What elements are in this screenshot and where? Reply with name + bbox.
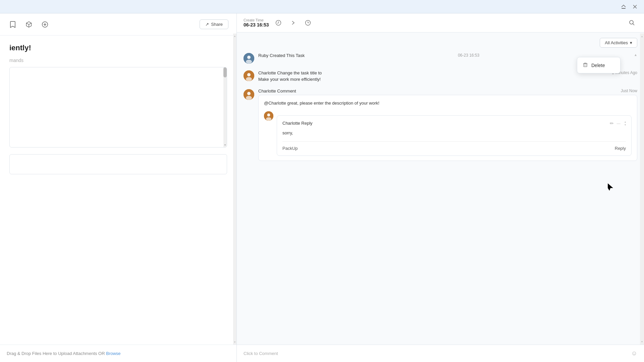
avatar-ruby — [244, 53, 254, 64]
left-panel: ↗ Share iently! mands ▾ Drag & Drop File… — [0, 13, 237, 362]
bottom-bar-right[interactable]: Click to Comment ☺ — [237, 345, 644, 362]
search-button[interactable] — [627, 17, 637, 28]
scrollbar-thumb — [223, 67, 227, 77]
comment-placeholder: Click to Comment — [244, 351, 278, 356]
activity-time-comment: Just Now — [621, 88, 637, 93]
svg-line-5 — [29, 23, 32, 24]
all-activities-button[interactable]: All Activities ▾ — [600, 38, 637, 48]
edge-scroll-down: ▾ — [641, 340, 643, 343]
avatar-charlotte-comment — [244, 89, 254, 100]
activity-title-comment: Charlotte Comment — [258, 88, 296, 94]
right-panel: Create Time 06-23 16:53 All Activities — [237, 13, 644, 362]
share-icon: ↗ — [205, 22, 209, 27]
emoji-icon[interactable]: ☺ — [631, 350, 637, 357]
right-edge-scrollbar: ▴ ▾ — [640, 34, 644, 345]
nav-clock-button[interactable] — [303, 17, 313, 28]
activity-change-main: Charlotte Change the task title to — [258, 70, 322, 75]
svg-point-16 — [247, 73, 251, 76]
all-activities-label: All Activities — [605, 40, 628, 45]
bookmark-icon[interactable] — [8, 20, 17, 29]
more-icon[interactable]: ··· — [616, 121, 621, 126]
create-time-value: 06-23 16:53 — [244, 22, 269, 27]
create-time-label: Create Time — [244, 18, 269, 22]
share-label: Share — [211, 22, 223, 27]
reply-container: Charlotte Reply ✏ ··· ▴ ▾ — [264, 111, 632, 156]
activity-change-sub: Make your work more efficiently! — [258, 77, 637, 82]
delete-label: Delete — [591, 63, 605, 68]
avatar-charlotte-reply — [264, 111, 273, 121]
scroll-up-arrow: ▴ — [234, 35, 235, 38]
reply-actions: ✏ ··· ▴ ▾ — [610, 120, 626, 126]
nav-back-button[interactable] — [273, 17, 284, 28]
reply-title: Charlotte Reply — [282, 121, 313, 126]
activities-panel: All Activities ▾ Ruby Created This Task — [237, 33, 644, 345]
activity-time-ruby: 06-23 16:53 — [458, 53, 479, 58]
secondary-text-area[interactable] — [9, 154, 227, 174]
main-layout: ↗ Share iently! mands ▾ Drag & Drop File… — [0, 13, 644, 362]
left-content: iently! mands ▾ — [0, 36, 236, 345]
reply-scroll-down: ▾ — [625, 123, 626, 126]
reply-scroll-up: ▴ — [625, 120, 626, 123]
bottom-bar-left: Drag & Drop Files Here to Upload Attachm… — [0, 345, 236, 362]
svg-rect-24 — [584, 64, 587, 67]
all-activities-filter: All Activities ▾ — [244, 38, 637, 48]
reply-footer: PackUp Reply — [282, 141, 626, 151]
scrollbar — [223, 67, 227, 147]
reply-scroll-arrows: ▴ ▾ — [625, 120, 626, 126]
activity-expand-icon: ▲ — [634, 53, 637, 57]
browse-link[interactable]: Browse — [106, 351, 120, 356]
reply-text: sorry, — [282, 130, 626, 136]
nav-forward-button[interactable] — [288, 17, 299, 28]
description-text-area[interactable]: ▾ — [9, 67, 227, 147]
cube-icon[interactable] — [24, 20, 34, 29]
delete-icon — [583, 62, 588, 68]
right-toolbar: Create Time 06-23 16:53 — [237, 13, 644, 33]
edit-icon[interactable]: ✏ — [610, 121, 614, 126]
left-toolbar: ↗ Share — [0, 13, 236, 36]
top-bar-actions — [620, 3, 639, 10]
left-panel-scrollbar: ▴ ▾ — [233, 34, 236, 345]
avatar-charlotte — [244, 70, 254, 81]
reply-section: Charlotte Reply ✏ ··· ▴ ▾ — [277, 115, 632, 156]
drag-drop-text: Drag & Drop Files Here to Upload Attachm… — [7, 351, 105, 356]
svg-point-23 — [266, 117, 271, 121]
comment-section: @Charlotte great, please enter the descr… — [258, 95, 637, 161]
svg-point-10 — [630, 20, 633, 24]
activity-item-charlotte-comment: Charlotte Comment Just Now @Charlotte gr… — [244, 88, 637, 161]
svg-rect-0 — [622, 8, 626, 9]
svg-line-11 — [633, 24, 635, 25]
minimize-icon[interactable] — [620, 3, 627, 10]
download-circle-icon[interactable] — [40, 20, 50, 29]
comment-text: @Charlotte great, please enter the descr… — [264, 100, 632, 107]
chevron-down-icon: ▾ — [630, 40, 632, 45]
svg-point-22 — [267, 113, 270, 116]
top-bar — [0, 0, 644, 13]
delete-menu-item[interactable]: Delete — [577, 59, 620, 71]
reply-header: Charlotte Reply ✏ ··· ▴ ▾ — [282, 120, 626, 126]
context-menu: Delete — [577, 57, 621, 73]
close-icon[interactable] — [631, 3, 639, 10]
create-time-section: Create Time 06-23 16:53 — [244, 18, 269, 27]
svg-point-13 — [247, 56, 251, 59]
svg-point-17 — [246, 77, 252, 81]
svg-point-20 — [246, 96, 252, 100]
edge-scroll-up: ▴ — [641, 35, 643, 38]
packup-button[interactable]: PackUp — [282, 146, 298, 151]
scroll-down-arrow: ▾ — [234, 341, 235, 344]
reply-button[interactable]: Reply — [615, 146, 626, 151]
scrollbar-bottom-arrow: ▾ — [223, 142, 227, 147]
commands-label: mands — [9, 58, 227, 63]
svg-line-4 — [26, 23, 29, 24]
activity-title-ruby: Ruby Created This Task — [258, 53, 305, 58]
share-button[interactable]: ↗ Share — [200, 19, 228, 29]
task-title-partial: iently! — [9, 44, 227, 52]
svg-point-14 — [246, 60, 252, 64]
activity-header-charlotte-comment: Charlotte Comment Just Now — [258, 88, 637, 94]
activity-body-charlotte-comment: Charlotte Comment Just Now @Charlotte gr… — [258, 88, 637, 161]
svg-point-19 — [247, 92, 251, 95]
